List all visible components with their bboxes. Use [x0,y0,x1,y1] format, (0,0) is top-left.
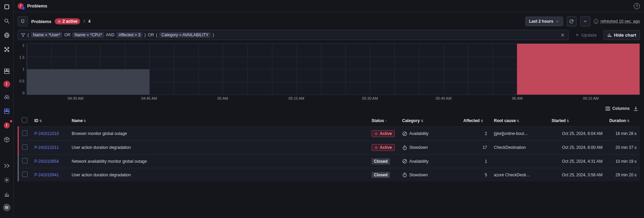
x-tick-label: 05 AM [217,96,228,100]
dashboard-icon[interactable] [2,66,12,76]
table-toolbar: Columns [18,104,640,111]
expand-rail-icon[interactable] [2,161,12,171]
apps-grid-icon[interactable] [2,45,12,54]
active-count-label: 2 active [62,19,77,24]
globe-icon[interactable] [2,31,12,40]
cube-icon[interactable] [2,135,12,144]
status-badge: Closed [372,158,390,164]
timerange-selector[interactable]: Last 2 hours [525,17,563,26]
problem-name: User action duration degradation [68,141,368,155]
chart-bar[interactable] [76,69,100,95]
select-all-checkbox[interactable] [22,117,27,123]
stopwatch-icon [402,145,407,150]
active-count-badge[interactable]: 2 active [55,18,80,24]
x-tick-label: 04:30 AM [68,96,83,100]
started-time: Oct 25, 2024, 4:31 AM [548,155,606,168]
download-icon [633,106,639,111]
root-cause [490,155,548,168]
col-status[interactable]: Status [368,115,399,127]
col-category[interactable]: Category [399,115,460,127]
columns-button[interactable]: Columns [605,106,630,111]
problem-id-link[interactable]: P-241011010 [34,131,59,136]
x-tick-label: 05:30 AM [362,96,378,100]
table-row[interactable]: P-241010941User action duration degradat… [18,168,640,182]
duration: 29 min 20 s [606,168,640,182]
help-icon[interactable]: ? [634,3,640,9]
clear-filter-icon[interactable] [560,32,566,38]
filter-input[interactable]: ( Name = *User* OR Name = *CPU* AND Affe… [18,30,569,40]
affected-count: 17 [460,141,490,155]
col-root-cause[interactable]: Root cause [490,115,548,127]
search-icon[interactable] [2,16,12,26]
download-button[interactable] [633,106,639,111]
started-time: Oct 25, 2024, 6:00 AM [548,141,606,155]
started-time: Oct 25, 2024, 3:58 AM [548,168,606,182]
diamond-icon [374,146,378,150]
avatar[interactable]: W [3,204,11,211]
table-row[interactable]: P-241011010Browser monitor global outage… [18,127,640,141]
problems-nav-icon-alt[interactable]: ! [2,121,12,130]
chart-bar[interactable] [566,44,591,95]
row-checkbox[interactable] [22,158,28,163]
root-cause: azure CheckDesti… [490,168,548,182]
chart-bar[interactable] [615,44,640,95]
filter-icon [21,33,25,37]
info-icon: i [594,19,598,24]
affected-count: 2 [460,127,490,141]
chart-bar[interactable] [591,44,615,95]
columns-label: Columns [612,106,630,111]
refresh-button[interactable] [567,16,577,26]
status-badge: Active [372,130,395,137]
col-started[interactable]: Started [548,115,606,127]
tiles-icon[interactable] [2,106,12,116]
problems-table: ID Name Status Category Affected Root ca… [18,115,640,181]
col-duration[interactable]: Duration [606,115,640,127]
no-entry-icon [402,159,407,164]
play-icon [575,33,579,37]
hide-chart-button[interactable]: Hide chart [604,30,640,40]
chart-bar[interactable] [517,44,541,95]
x-tick-label: 04:45 AM [141,96,157,100]
problem-id-link[interactable]: P-241011011 [34,145,59,150]
col-id[interactable]: ID [31,115,68,127]
metrics-icon[interactable] [2,190,12,199]
timeframe-dropdown[interactable] [580,16,590,26]
col-name[interactable]: Name [68,115,368,127]
status-badge: Active [372,144,395,151]
chart-bar[interactable] [125,69,149,95]
breadcrumb-problems[interactable]: Problems [31,19,51,24]
problems-nav-icon[interactable]: ! [3,81,10,87]
problem-id-link[interactable]: P-241010954 [34,159,59,164]
gear-icon[interactable] [2,175,12,185]
no-entry-icon [402,131,407,136]
binoculars-icon[interactable] [2,92,12,102]
logo-icon[interactable] [2,2,12,12]
nav-rail: ! ! W [0,0,14,218]
chart-bar[interactable] [27,69,51,95]
problem-id-link[interactable]: P-241010941 [34,173,59,177]
table-row[interactable]: P-241010954Network availability monitor … [18,155,640,168]
problem-chart[interactable]: 21.510.50 04:30 AM04:45 AM05 AM05:15 AM0… [18,43,640,101]
columns-icon [605,106,610,111]
x-tick-label: 06 AM [512,96,522,100]
col-affected[interactable]: Affected [460,115,490,127]
stopwatch-icon [402,172,407,177]
chevron-down-icon [555,19,559,23]
pin-button[interactable] [18,16,28,26]
row-checkbox[interactable] [22,144,28,150]
row-checkbox[interactable] [22,172,28,177]
filter-row: ( Name = *User* OR Name = *CPU* AND Affe… [18,30,640,40]
y-tick-label: 1 [18,67,24,71]
row-checkbox[interactable] [22,131,28,136]
y-tick-label: 2 [18,43,24,47]
chart-bar[interactable] [100,69,125,95]
chart-bar[interactable] [51,69,76,95]
problem-name: Browser monitor global outage [68,127,368,141]
duration: 10 min 19 s [606,155,640,168]
hide-chart-label: Hide chart [614,33,636,38]
table-row[interactable]: P-241011011User action duration degradat… [18,141,640,155]
chart-bar[interactable] [541,44,566,95]
problem-name: Network availability monitor global outa… [68,155,368,168]
refreshed-status[interactable]: i refreshed 10 sec. ago [594,19,640,24]
y-tick-label: 1.5 [18,55,24,59]
